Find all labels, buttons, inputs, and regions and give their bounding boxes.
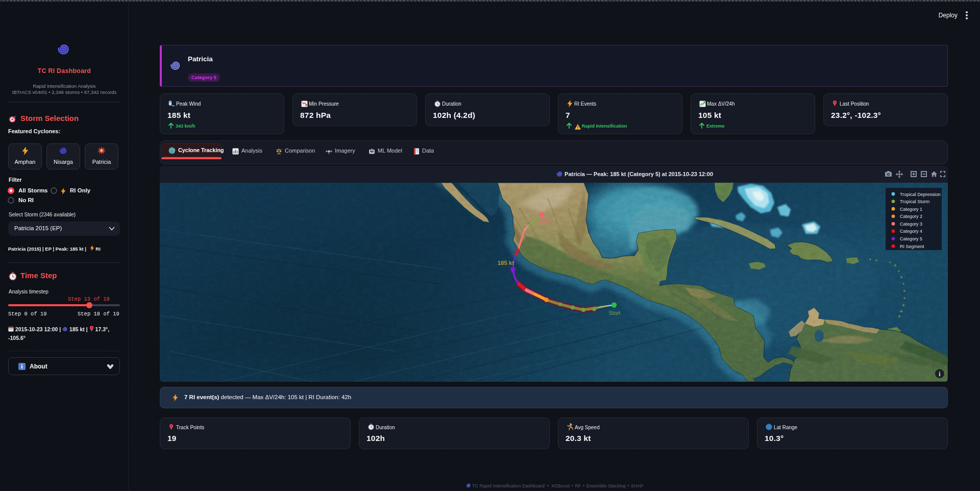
- svg-text:185 kt: 185 kt: [498, 260, 514, 266]
- svg-text:Tropical Depression: Tropical Depression: [900, 192, 941, 197]
- svg-text:RI Segment: RI Segment: [900, 244, 924, 249]
- svg-text:Category 1: Category 1: [900, 207, 922, 212]
- svg-text:Category 5: Category 5: [900, 236, 922, 241]
- svg-text:Category 3: Category 3: [900, 222, 922, 227]
- svg-text:Tropical Storm: Tropical Storm: [900, 199, 929, 204]
- svg-text:Category 2: Category 2: [900, 214, 922, 219]
- svg-text:End: End: [540, 218, 550, 224]
- svg-text:Start: Start: [608, 310, 620, 316]
- svg-text:Category 4: Category 4: [900, 229, 922, 234]
